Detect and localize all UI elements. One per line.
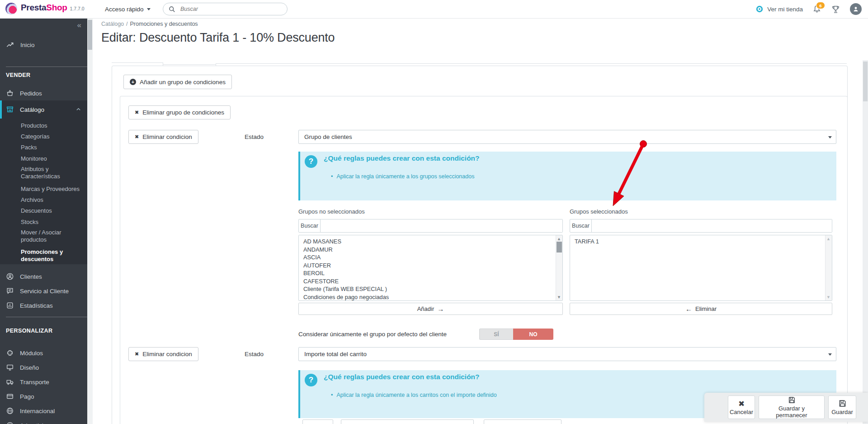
- page-scrollbar[interactable]: [863, 60, 868, 424]
- submenu-item-mover-asociar[interactable]: Mover / Asociar productos: [0, 227, 80, 247]
- remove-groups-button[interactable]: ← Eliminar: [570, 303, 832, 315]
- selected-groups-search-input[interactable]: [592, 219, 832, 232]
- list-item[interactable]: ANDAMUR: [299, 246, 562, 254]
- condition-type-select[interactable]: Importe total del carrito: [298, 347, 836, 361]
- sidebar-item-diseno[interactable]: Diseño: [0, 362, 87, 372]
- tab-remnant: [216, 63, 847, 64]
- list-item[interactable]: AD MASANES: [299, 238, 562, 246]
- user-avatar[interactable]: [850, 3, 862, 15]
- submenu-item-atributos[interactable]: Atributos y Características: [0, 164, 80, 183]
- save-button[interactable]: Guardar: [828, 395, 856, 419]
- remove-condition-button[interactable]: ✖ Eliminar condicion: [128, 347, 198, 361]
- submenu-item-categorias[interactable]: Categorías: [0, 131, 87, 142]
- list-scrollbar[interactable]: ▲ ▼: [825, 235, 832, 300]
- scrollbar-thumb[interactable]: [863, 62, 868, 101]
- prestashop-admin: PrestaShop 1.7.7.0 Acceso rápido Ver mi …: [0, 0, 868, 424]
- submenu-item-stocks[interactable]: Stocks: [0, 216, 87, 227]
- add-condition-group-button[interactable]: + Añadir un grupo de condiciones: [123, 75, 232, 89]
- basket-icon: [6, 89, 14, 97]
- toggle-no-button[interactable]: NO: [513, 329, 553, 340]
- save-and-stay-button[interactable]: Guardar y permanecer: [759, 395, 825, 419]
- list-item[interactable]: BEROIL: [299, 269, 562, 277]
- quick-access-dropdown[interactable]: Acceso rápido: [105, 0, 151, 18]
- remove-condition-button[interactable]: ✖ Eliminar condicion: [128, 130, 198, 144]
- sidebar-item-clientes[interactable]: Clientes: [0, 272, 87, 281]
- search-input[interactable]: [179, 5, 282, 13]
- trending-up-icon: [6, 41, 14, 49]
- view-store-link[interactable]: Ver mi tienda: [755, 5, 803, 13]
- form-actions-toolbar: ✖ Cancelar Guardar y permanecer Guardar: [704, 393, 868, 422]
- submenu-item-packs[interactable]: Packs: [0, 142, 87, 153]
- sidebar-divider: [6, 67, 87, 67]
- submenu-item-archivos[interactable]: Archivos: [0, 194, 87, 205]
- cutoff-field[interactable]: [302, 419, 333, 424]
- list-item[interactable]: TARIFA 1: [570, 238, 832, 246]
- help-title: ¿Qué reglas puedes crear con esta condic…: [324, 373, 480, 381]
- unselected-groups-search-input[interactable]: [321, 219, 562, 232]
- submenu-item-descuentos[interactable]: Descuentos: [0, 205, 87, 216]
- selected-groups-list[interactable]: TARIFA 1 ▲ ▼: [570, 235, 832, 301]
- sidebar-item-label: Internacional: [20, 408, 55, 414]
- chevron-down-icon: [828, 136, 832, 138]
- conditions-panel: + Añadir un grupo de condiciones ✖ Elimi…: [112, 66, 848, 424]
- add-groups-button[interactable]: Añadir →: [298, 303, 563, 315]
- chevron-down-icon: [828, 353, 832, 356]
- catalog-submenu: Productos Categorías Packs Monitoreo Atr…: [0, 120, 87, 266]
- sidebar-item-servicio[interactable]: Servicio al Cliente: [0, 286, 87, 296]
- sidebar-collapse-icon[interactable]: «: [77, 21, 80, 30]
- unselected-groups-list[interactable]: AD MASANES ANDAMUR ASCIA AUTOFER BEROIL …: [298, 235, 563, 301]
- sidebar-item-internacional[interactable]: Internacional: [0, 406, 87, 416]
- scroll-down-icon[interactable]: ▼: [826, 294, 831, 300]
- trophy-icon[interactable]: [831, 5, 840, 14]
- sidebar-item-modulos[interactable]: Módulos: [0, 348, 87, 358]
- sidebar-section-vender: VENDER: [6, 72, 31, 78]
- sidebar-item-estadisticas[interactable]: Estadísticas: [0, 300, 87, 310]
- default-group-toggle: SÍ NO: [479, 329, 553, 340]
- sidebar-item-label: Advertising: [20, 422, 50, 424]
- sidebar-item-pago[interactable]: Pago: [0, 391, 87, 401]
- prestashop-brand[interactable]: PrestaShop 1.7.7.0: [5, 3, 85, 14]
- sidebar-item-transporte[interactable]: Transporte: [0, 377, 87, 387]
- scroll-up-icon[interactable]: ▲: [826, 236, 831, 242]
- global-search[interactable]: [163, 3, 288, 15]
- list-item[interactable]: Cliente (Tarifa WEB ESPECIAL ): [299, 285, 562, 293]
- cancel-button[interactable]: ✖ Cancelar: [728, 395, 755, 419]
- list-scrollbar[interactable]: ▲ ▼: [556, 235, 562, 300]
- submenu-item-productos[interactable]: Productos: [0, 120, 87, 131]
- header-right-cluster: Ver mi tienda 6: [755, 0, 862, 18]
- top-header: PrestaShop 1.7.7.0 Acceso rápido Ver mi …: [0, 0, 868, 19]
- sidebar-item-label: Pago: [20, 393, 34, 400]
- sidebar-scrollbar[interactable]: [87, 18, 93, 424]
- plus-circle-icon: +: [130, 79, 136, 85]
- sidebar-item-catalogo[interactable]: Catálogo: [0, 100, 87, 119]
- list-item[interactable]: Condiciones de pago negociadas: [299, 293, 562, 301]
- sidebar-item-advertising[interactable]: Advertising: [0, 420, 87, 424]
- help-title: ¿Qué reglas puedes crear con esta condic…: [324, 154, 480, 162]
- sidebar-item-label: Clientes: [20, 273, 42, 280]
- breadcrumb-parent[interactable]: Catálogo: [101, 21, 124, 27]
- puzzle-icon: [6, 349, 14, 357]
- condition-type-select[interactable]: Grupo de clientes: [298, 130, 836, 144]
- sidebar-divider: [6, 317, 87, 317]
- list-item[interactable]: ASCIA: [299, 253, 562, 262]
- sidebar-item-label: Estadísticas: [20, 302, 53, 309]
- remove-condition-group-button[interactable]: ✖ Eliminar grupo de condiciones: [128, 105, 231, 119]
- scroll-down-icon[interactable]: ▼: [556, 294, 562, 300]
- notifications-button[interactable]: 6: [812, 5, 821, 14]
- submenu-item-monitoreo[interactable]: Monitoreo: [0, 153, 87, 164]
- cutoff-field[interactable]: [484, 419, 561, 424]
- list-item[interactable]: CAFESTORE: [299, 277, 562, 286]
- scroll-up-icon[interactable]: ▲: [556, 236, 562, 242]
- submenu-item-promociones[interactable]: Promociones y descuentos: [0, 247, 80, 266]
- sidebar-item-pedidos[interactable]: Pedidos: [0, 88, 87, 98]
- submenu-item-marcas[interactable]: Marcas y Proveedores: [0, 183, 87, 194]
- cutoff-field[interactable]: [341, 419, 474, 424]
- toggle-yes-button[interactable]: SÍ: [479, 329, 513, 340]
- scrollbar-thumb[interactable]: [88, 20, 92, 50]
- prestashop-logo-icon: [5, 3, 17, 14]
- scrollbar-thumb[interactable]: [557, 242, 562, 252]
- list-item[interactable]: AUTOFER: [299, 262, 562, 270]
- unselected-search-bar: Buscar: [298, 219, 563, 233]
- eye-icon: [755, 5, 764, 13]
- sidebar-item-inicio[interactable]: Inicio: [0, 40, 87, 50]
